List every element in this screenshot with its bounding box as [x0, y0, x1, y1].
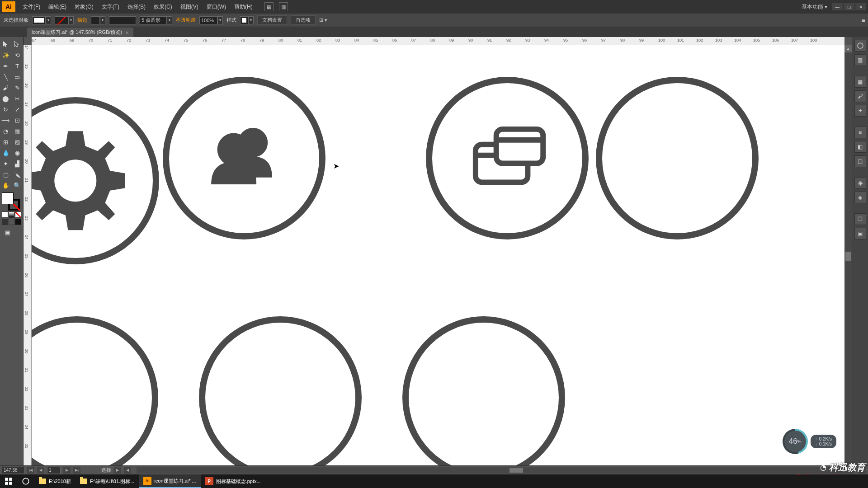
- color-mode-none[interactable]: [15, 211, 21, 218]
- mesh-tool[interactable]: ⊞: [0, 136, 12, 147]
- minimize-button[interactable]: —: [832, 3, 843, 10]
- panel-symbols-icon[interactable]: ✦: [854, 105, 866, 117]
- stroke-profile[interactable]: [109, 16, 136, 24]
- style-swatch[interactable]: ▾: [240, 16, 254, 24]
- menu-type[interactable]: 文字(T): [98, 1, 123, 13]
- taskbar-folder-2[interactable]: F:\课程\UI\01.图标...: [75, 474, 139, 488]
- opacity-label[interactable]: 不透明度: [176, 17, 196, 23]
- artwork-bottom-2[interactable]: [199, 316, 362, 474]
- fill-swatch[interactable]: ▾: [32, 16, 51, 24]
- ruler-vertical[interactable]: 1415161718192021222324252627282930313233…: [24, 45, 32, 474]
- color-mode-solid[interactable]: [2, 211, 8, 218]
- panel-artboards-icon[interactable]: ▣: [854, 228, 866, 239]
- menu-view[interactable]: 视图(V): [177, 1, 202, 13]
- screen-mode-full[interactable]: [9, 219, 15, 225]
- panel-properties-icon[interactable]: ▥: [854, 54, 866, 66]
- gradient-tool[interactable]: ▨: [12, 136, 24, 147]
- fill-color[interactable]: [2, 192, 14, 204]
- status-menu-button[interactable]: ▶: [114, 467, 121, 474]
- taskbar-powerpoint[interactable]: P图标基础概念.pptx...: [201, 474, 265, 488]
- pencil-tool[interactable]: ✎: [12, 82, 24, 93]
- free-transform-tool[interactable]: ⊡: [12, 115, 24, 126]
- artboard-tool[interactable]: ▢: [0, 169, 12, 180]
- scroll-thumb[interactable]: [845, 252, 851, 261]
- scale-tool[interactable]: ⤢: [12, 104, 24, 115]
- rotate-tool[interactable]: ↻: [0, 104, 12, 115]
- stroke-swatch[interactable]: ▾: [55, 16, 74, 24]
- last-artboard-button[interactable]: ▶|: [73, 467, 80, 474]
- start-button[interactable]: [0, 474, 17, 488]
- first-artboard-button[interactable]: |◀: [27, 467, 34, 474]
- menu-edit[interactable]: 编辑(E): [45, 1, 70, 13]
- menu-object[interactable]: 对象(O): [71, 1, 97, 13]
- panel-stroke-icon[interactable]: ≡: [854, 127, 866, 138]
- scroll-up-icon[interactable]: ▲: [844, 45, 852, 52]
- panel-graphic-styles-icon[interactable]: ◈: [854, 192, 866, 203]
- screen-mode-pres[interactable]: [15, 219, 21, 225]
- eyedropper-tool[interactable]: 💧: [0, 147, 12, 158]
- direct-selection-tool[interactable]: [12, 39, 24, 50]
- perspective-tool[interactable]: ▦: [12, 126, 24, 136]
- controlbar-menu-icon[interactable]: ≡: [862, 17, 865, 24]
- panel-color-icon[interactable]: [854, 40, 866, 52]
- blend-tool[interactable]: ◉: [12, 147, 24, 158]
- artboard-input[interactable]: [47, 467, 61, 474]
- artwork-bottom-1[interactable]: [32, 316, 158, 474]
- artwork-windows-circle[interactable]: [426, 77, 589, 239]
- preferences-button[interactable]: 首选项: [291, 15, 316, 25]
- cortana-button[interactable]: [17, 474, 34, 488]
- menu-file[interactable]: 文件(F): [19, 1, 44, 13]
- stroke-weight-input[interactable]: ▾: [91, 16, 105, 24]
- pen-tool[interactable]: ✒: [0, 61, 12, 71]
- menu-effect[interactable]: 效果(C): [150, 1, 176, 13]
- artwork-bottom-3[interactable]: [402, 316, 565, 474]
- panel-gradient-icon[interactable]: ◧: [854, 141, 866, 153]
- artwork-partial-right[interactable]: [596, 77, 759, 239]
- document-tab[interactable]: icon课堂练习.ai* @ 147.58% (RGB/预览) ×: [27, 28, 133, 37]
- close-button[interactable]: ✕: [855, 3, 866, 10]
- color-mode-gradient[interactable]: [9, 211, 15, 218]
- shape-builder-tool[interactable]: ◔: [0, 126, 12, 136]
- zoom-input[interactable]: [2, 467, 24, 474]
- panel-appearance-icon[interactable]: ◉: [854, 177, 866, 189]
- canvas[interactable]: ➤: [32, 45, 844, 474]
- menu-help[interactable]: 帮助(H): [231, 1, 256, 13]
- layout-icon[interactable]: ▥: [279, 2, 288, 11]
- workspace-switcher[interactable]: 基本功能 ▾: [802, 3, 827, 11]
- width-tool[interactable]: ⟿: [0, 115, 12, 126]
- hand-tool[interactable]: ✋: [0, 180, 12, 191]
- menu-select[interactable]: 选择(S): [124, 1, 149, 13]
- prev-artboard-button[interactable]: ◀: [37, 467, 44, 474]
- eraser-tool[interactable]: ✂: [12, 93, 24, 104]
- menu-window[interactable]: 窗口(W): [203, 1, 230, 13]
- ruler-horizontal[interactable]: 6768697071727374757677787980818283848586…: [32, 37, 844, 45]
- performance-widget[interactable]: 46% ↑0.2K/s ↓0.1K/s: [783, 429, 836, 454]
- taskbar-folder-1[interactable]: E:\2018新: [34, 474, 75, 488]
- vertical-scrollbar[interactable]: ▲ ▼: [844, 45, 852, 474]
- panel-brushes-icon[interactable]: 🖌: [854, 90, 866, 102]
- color-picker[interactable]: ▣: [0, 191, 23, 239]
- panel-swatches-icon[interactable]: ▦: [854, 76, 866, 88]
- opacity-input[interactable]: 100%▾: [199, 16, 223, 24]
- screen-mode-tool[interactable]: ▣: [2, 227, 14, 238]
- zoom-tool[interactable]: 🔍: [12, 180, 24, 191]
- rectangle-tool[interactable]: ▭: [12, 71, 24, 82]
- maximize-button[interactable]: ◻: [844, 3, 854, 10]
- lasso-tool[interactable]: ⟲: [12, 50, 24, 61]
- panel-layers-icon[interactable]: ❐: [854, 213, 866, 225]
- hscroll-left[interactable]: ◀: [124, 467, 131, 474]
- magic-wand-tool[interactable]: ✨: [0, 50, 12, 61]
- symbol-sprayer-tool[interactable]: ✦: [0, 158, 12, 169]
- blob-brush-tool[interactable]: ⬤: [0, 93, 12, 104]
- slice-tool[interactable]: 🔪: [12, 169, 24, 180]
- align-icon[interactable]: ⊞ ▾: [319, 17, 327, 23]
- taskbar-illustrator[interactable]: Aiicon课堂练习.ai* ...: [139, 474, 200, 488]
- line-tool[interactable]: ╲: [0, 71, 12, 82]
- tab-close-icon[interactable]: ×: [126, 30, 128, 35]
- artwork-gear-circle[interactable]: [32, 97, 159, 264]
- type-tool[interactable]: T: [12, 61, 24, 71]
- arrange-docs-icon[interactable]: ▦: [264, 2, 274, 11]
- next-artboard-button[interactable]: ▶: [63, 467, 71, 474]
- paintbrush-tool[interactable]: 🖌: [0, 82, 12, 93]
- panel-transparency-icon[interactable]: ◫: [854, 155, 866, 167]
